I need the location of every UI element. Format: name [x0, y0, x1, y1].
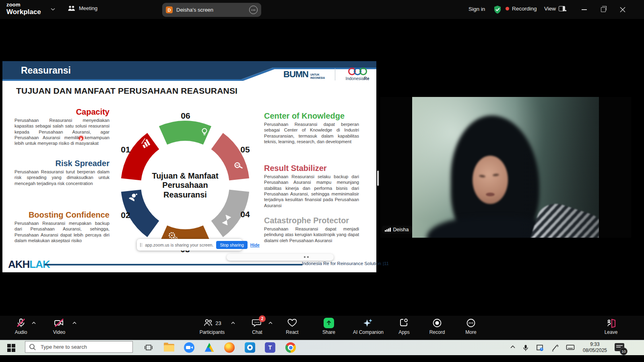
- section-body: Perusahaan Reasuransi merupakan backup d…: [14, 220, 109, 243]
- tab-options-ellipsis-icon[interactable]: [249, 6, 258, 14]
- tray-chevron-up-icon[interactable]: [510, 344, 516, 350]
- recording-indicator: Recording: [506, 6, 537, 12]
- meeting-controls-bar: Audio Video 23 Participants: [0, 316, 644, 340]
- laser-pointer-cursor: [79, 136, 83, 140]
- teams-icon[interactable]: T: [265, 342, 275, 353]
- tab-meeting[interactable]: Meeting: [68, 5, 97, 12]
- browser-share-banner: app.zoom.us is sharing your screen. Stop…: [137, 239, 242, 251]
- minimize-button[interactable]: [575, 0, 593, 19]
- audio-button[interactable]: Audio: [2, 317, 40, 335]
- participants-options-caret[interactable]: [231, 321, 235, 325]
- diagram-number: 02: [121, 210, 130, 220]
- ai-companion-button[interactable]: AI Companion: [349, 317, 388, 335]
- apps-icon: [399, 318, 409, 328]
- tray-microphone-icon[interactable]: [522, 344, 529, 352]
- video-off-icon: [54, 318, 65, 328]
- titlebar: zoom Workplace Meeting D Deisha's screen…: [0, 0, 644, 19]
- drag-handle-icon[interactable]: [140, 243, 142, 247]
- sign-in-button[interactable]: Sign in: [469, 6, 485, 12]
- section-title: Capacity: [14, 108, 109, 116]
- leave-button[interactable]: Leave: [592, 317, 630, 335]
- zoom-app-icon[interactable]: [184, 342, 194, 353]
- participants-button[interactable]: 23 Participants: [193, 317, 231, 335]
- recording-label: Recording: [512, 6, 537, 12]
- bumn-wordmark: BUMN: [283, 70, 308, 79]
- share-banner-message: app.zoom.us is sharing your screen.: [145, 243, 213, 247]
- participant-video-tile[interactable]: Deisha: [380, 97, 631, 238]
- logo-divider: [335, 68, 335, 80]
- record-icon: [432, 318, 442, 328]
- close-icon: [620, 7, 625, 12]
- restore-button[interactable]: [594, 0, 613, 19]
- akhlak-part-a: AKH: [8, 258, 29, 270]
- section-catastrophe-protector: Catastrophe Protector Perusahaan Reasura…: [264, 216, 359, 243]
- windows-taskbar: T 9:33 08/05/2025 10: [0, 340, 644, 355]
- share-button[interactable]: Share: [310, 317, 348, 335]
- chat-options-caret[interactable]: [268, 321, 273, 325]
- close-button[interactable]: [613, 0, 632, 19]
- section-capacity: Capacity Perusahaan Reasuransi menyediak…: [14, 108, 109, 146]
- brand-zoom: zoom: [6, 2, 41, 7]
- clock-date: 08/05/2025: [580, 348, 610, 354]
- video-options-caret[interactable]: [72, 321, 77, 325]
- section-body: Perusahaan Reasuransi turut berperan dal…: [14, 169, 109, 186]
- tray-touch-keyboard-icon[interactable]: [566, 344, 575, 351]
- taskbar-clock[interactable]: 9:33 08/05/2025: [580, 341, 610, 354]
- react-button[interactable]: React: [273, 317, 312, 335]
- diagram-number: 04: [240, 210, 250, 219]
- audio-options-caret[interactable]: [31, 321, 36, 325]
- section-body: Perusahaan Reasuransi dapat menjadi peli…: [264, 226, 359, 243]
- bumn-logo: BUMN UNTUKINDONESIA: [283, 70, 325, 80]
- section-result-stabilizer: Result Stabilizer Perusahaan Reasuransi …: [264, 164, 359, 208]
- tray-pen-icon[interactable]: [551, 344, 559, 352]
- section-body: Perusahaan Reasuransi selaku backup dari…: [264, 174, 359, 208]
- security-shield-icon[interactable]: [493, 5, 502, 14]
- file-explorer-icon[interactable]: [164, 342, 174, 353]
- participant-name: Deisha: [393, 227, 409, 232]
- indonesia-re-logo: IndonesiaRe: [341, 68, 374, 81]
- stop-sharing-button[interactable]: Stop sharing: [216, 241, 247, 249]
- akhlak-logo: AKHLAK: [8, 259, 50, 269]
- view-label: View: [544, 6, 556, 12]
- diagram-center-title: Tujuan & Manfaat Perusahaan Reasuransi: [139, 171, 231, 200]
- participant-nametag: Deisha: [382, 226, 412, 234]
- people-icon: [68, 5, 76, 12]
- indonesia-re-rings-icon: [341, 68, 374, 75]
- video-button[interactable]: Video: [40, 317, 78, 335]
- slide-title: TUJUAN DAN MANFAAT PERUSAHAAN REASURANSI: [16, 86, 237, 96]
- zoom-meeting-window: zoom Workplace Meeting D Deisha's screen…: [0, 0, 644, 362]
- footer-divider-line: [44, 264, 303, 265]
- audio-level-icon: [385, 228, 391, 232]
- section-center-of-knowledge: Center of Knowledge Perusahaan Reasurans…: [264, 112, 359, 144]
- outlook-icon[interactable]: [245, 342, 255, 353]
- tab-deishas-screen[interactable]: D Deisha's screen: [162, 3, 261, 17]
- firefox-icon[interactable]: [224, 342, 235, 353]
- hide-link[interactable]: Hide: [250, 243, 260, 247]
- section-title: Risk Spreader: [14, 159, 109, 168]
- tab-deishas-screen-label: Deisha's screen: [176, 7, 246, 13]
- section-body: Perusahaan Reasuransi menyediakan kapasi…: [14, 117, 109, 146]
- search-icon: [29, 343, 36, 351]
- section-title: Center of Knowledge: [264, 112, 359, 120]
- bumn-tagline: UNTUKINDONESIA: [310, 73, 325, 80]
- task-view-icon[interactable]: [144, 343, 153, 352]
- participants-icon: [203, 318, 213, 328]
- panel-resize-handle[interactable]: [377, 171, 379, 186]
- google-drive-icon[interactable]: [204, 342, 215, 353]
- chat-button[interactable]: 2 Chat: [238, 317, 277, 335]
- taskbar-search-input[interactable]: [25, 341, 133, 353]
- leave-door-icon: [605, 318, 617, 328]
- section-boosting-confidence: Boosting Confidence Perusahaan Reasurans…: [14, 211, 109, 243]
- chevron-down-icon[interactable]: [50, 8, 56, 11]
- windows-start-button[interactable]: [6, 343, 16, 353]
- brand-workplace: Workplace: [6, 8, 41, 15]
- more-button[interactable]: More: [452, 317, 490, 335]
- avatar: D: [166, 6, 173, 13]
- chrome-icon[interactable]: [285, 342, 296, 353]
- view-button[interactable]: View: [544, 6, 565, 12]
- record-button[interactable]: Record: [418, 317, 456, 335]
- tray-photos-sync-icon[interactable]: [536, 344, 544, 352]
- section-risk-spreader: Risk Spreader Perusahaan Reasuransi turu…: [14, 159, 109, 186]
- view-layout-icon: [559, 6, 565, 11]
- clock-time: 9:33: [580, 341, 610, 348]
